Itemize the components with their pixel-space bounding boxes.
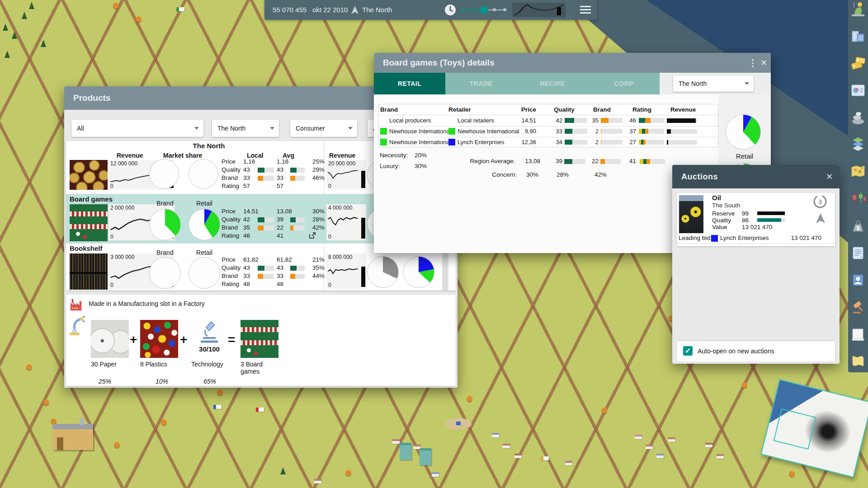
- sidebar-item-auctions[interactable]: [850, 299, 866, 315]
- sidebar-item-newspaper[interactable]: [850, 326, 866, 343]
- finance-sparkline[interactable]: [512, 3, 566, 17]
- sidebar: $: [848, 0, 868, 372]
- kebab-menu-icon[interactable]: ⋮: [748, 57, 757, 68]
- leading-bid-amount: 13 021 470: [776, 235, 821, 241]
- house: [392, 439, 400, 444]
- details-region-dropdown[interactable]: The North: [673, 75, 754, 92]
- auto-open-checkbox[interactable]: ✓: [683, 346, 693, 356]
- truck: [213, 405, 222, 409]
- pine-tree: [3, 23, 8, 31]
- plus-sign: +: [180, 333, 187, 347]
- location-arrow-icon: [351, 5, 359, 14]
- sidebar-item-notes[interactable]: [850, 245, 866, 261]
- luxury-value: 30%: [415, 163, 427, 169]
- chevron-down-icon: [194, 127, 199, 130]
- microscope-icon: [199, 320, 220, 343]
- auctions-icon: [850, 299, 866, 315]
- filter-category-value: All: [77, 120, 84, 137]
- game-speed-slider[interactable]: [462, 5, 507, 15]
- quality-value: 86: [742, 217, 749, 224]
- sidebar-item-headquarters[interactable]: [850, 28, 866, 44]
- input-label: 30 Paper: [91, 361, 117, 368]
- tab-recipe[interactable]: RECIPE: [517, 73, 588, 94]
- products-title: Products: [73, 93, 110, 103]
- auction-item-name: Oil: [712, 194, 721, 202]
- auctions-titlebar[interactable]: Auctions: [672, 165, 840, 188]
- details-titlebar[interactable]: Board games (Toys) details: [374, 53, 771, 73]
- region-average-label: Region Average:: [456, 158, 515, 164]
- products-tags-icon: [850, 55, 866, 71]
- house: [314, 479, 321, 483]
- product-image-canned-goods: [70, 160, 108, 190]
- auction-item-card[interactable]: Oil The South Reserve 99 Quality 86 Valu…: [677, 193, 835, 246]
- truck: [541, 456, 549, 460]
- sidebar-item-resources[interactable]: [850, 109, 866, 126]
- hdr-brand: Brand: [380, 106, 398, 113]
- sand-lot: [445, 418, 472, 430]
- tab-trade[interactable]: TRADE: [445, 73, 517, 94]
- brand-color-swatch: [380, 128, 387, 135]
- concern-brand: 42%: [589, 171, 607, 178]
- pine-tree: [22, 12, 27, 19]
- concern-price: 30%: [520, 171, 538, 178]
- sidebar-item-contacts[interactable]: [850, 272, 866, 288]
- input-share: 65%: [203, 378, 216, 385]
- sidebar-item-finance[interactable]: $: [850, 218, 866, 234]
- tree: [26, 364, 32, 370]
- filter-region-dropdown[interactable]: The North: [212, 120, 279, 137]
- close-icon[interactable]: ✕: [760, 58, 767, 68]
- house: [503, 444, 510, 448]
- money-balance: 55 070 455: [273, 6, 307, 14]
- house: [565, 461, 572, 465]
- tree: [467, 396, 472, 402]
- open-details-icon[interactable]: [308, 231, 316, 239]
- brand-share-pie: [149, 209, 181, 240]
- product-image-bookshelf: [70, 253, 108, 290]
- menu-icon[interactable]: [580, 6, 591, 14]
- tab-corp[interactable]: CORP: [588, 73, 660, 94]
- house: [717, 454, 724, 459]
- current-region-label[interactable]: The North: [362, 6, 392, 14]
- sidebar-item-stocks[interactable]: [850, 191, 866, 207]
- auction-timer-icon: 3: [812, 194, 828, 209]
- clock-icon[interactable]: [444, 4, 456, 16]
- sidebar-item-products[interactable]: [850, 55, 866, 71]
- house: [668, 437, 675, 442]
- sidebar-item-region-map[interactable]: [850, 353, 866, 370]
- chevron-down-icon: [745, 82, 749, 85]
- sidebar-item-layers[interactable]: [850, 136, 866, 153]
- sidebar-item-world-map[interactable]: [850, 164, 866, 180]
- office-building: [400, 443, 411, 460]
- region-average-brand: 22: [584, 158, 599, 164]
- tab-retail[interactable]: RETAIL: [374, 73, 445, 94]
- retail-row-1[interactable]: Local producers Local retailers 14,51 42…: [379, 115, 719, 126]
- region2-retail-pie: [403, 256, 434, 288]
- retail-row-3[interactable]: Newhouse International Lynch Enterprises…: [379, 137, 719, 148]
- house: [432, 472, 439, 477]
- revenue2-sparkline: 4 000 0000: [326, 204, 366, 240]
- leading-bidder: Lynch Enterprises: [720, 235, 769, 241]
- product-name: Board games: [70, 195, 113, 203]
- technology-level: 30/100: [193, 345, 225, 353]
- sidebar-item-statue[interactable]: [850, 1, 866, 17]
- tree: [113, 3, 119, 9]
- pine-tree: [5, 51, 10, 58]
- headquarters-icon: [850, 28, 866, 44]
- close-icon[interactable]: ✕: [826, 172, 833, 182]
- sidebar-item-reports[interactable]: [850, 82, 866, 99]
- retail-row-2[interactable]: Newhouse International Newhouse Internat…: [379, 126, 719, 137]
- revenue2-sparkline: 8 000 0000: [326, 253, 366, 289]
- game-date: okt 22 2010: [312, 6, 348, 14]
- recipe-panel: Made in a Manufacturing slot in a Factor…: [66, 295, 456, 386]
- house: [492, 433, 499, 437]
- locate-arrow-icon[interactable]: [816, 213, 825, 224]
- luxury-label: Luxury:: [380, 163, 400, 169]
- filter-category-dropdown[interactable]: All: [71, 120, 203, 137]
- filter-market-dropdown[interactable]: Consumer: [290, 120, 357, 137]
- house: [646, 445, 653, 449]
- speed-slider-handle[interactable]: [480, 6, 488, 14]
- input-image-plastics: [140, 320, 178, 358]
- notes-icon: [850, 245, 866, 261]
- robot-arm-icon: [68, 315, 87, 336]
- value-amount: 13 021 470: [742, 224, 773, 230]
